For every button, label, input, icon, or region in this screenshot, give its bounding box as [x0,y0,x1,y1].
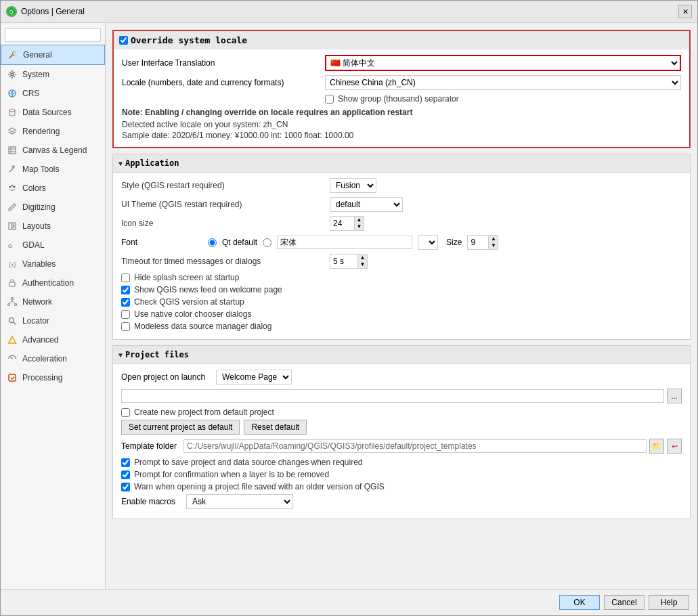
sidebar-item-digitizing[interactable]: Digitizing [1,198,105,217]
icon-size-input[interactable] [330,217,354,229]
sidebar-item-canvas-legend[interactable]: Canvas & Legend [1,141,105,160]
sidebar-label-variables: Variables [22,259,56,269]
timeout-row: Timeout for timed messages or dialogs ▲ … [121,254,682,269]
sidebar-item-rendering[interactable]: Rendering [1,122,105,141]
palette-icon [6,182,18,194]
reset-default-button[interactable]: Reset default [244,420,307,435]
hide-splash-checkbox[interactable] [121,273,130,282]
browse-template-button[interactable]: 📁 [649,439,664,454]
sidebar-label-acceleration: Acceleration [22,354,67,364]
sidebar-item-layouts[interactable]: Layouts [1,217,105,236]
show-news-checkbox[interactable] [121,286,130,294]
sidebar-item-authentication[interactable]: Authentication [1,273,105,292]
project-collapse-triangle: ▼ [118,351,123,359]
title-bar: Q Options | General ✕ [1,1,697,23]
svg-text:Q: Q [9,9,14,15]
font-custom-radio[interactable] [263,238,271,247]
sidebar-item-locator[interactable]: Locator [1,311,105,330]
prompt-confirm-label: Prompt for confirmation when a layer is … [134,470,329,479]
application-header: ▼ Application [113,154,690,173]
font-size-up-button[interactable]: ▲ [488,236,498,242]
font-select[interactable] [418,235,438,250]
svg-point-15 [12,298,14,300]
search-input[interactable] [5,28,101,42]
cancel-button[interactable]: Cancel [604,595,645,610]
timeout-up-button[interactable]: ▲ [357,255,367,261]
icon-size-up-button[interactable]: ▲ [354,217,364,223]
size-label: Size [446,238,462,247]
application-section: ▼ Application Style (QGIS restart requir… [112,154,691,340]
project-path-input[interactable] [121,389,664,403]
hide-splash-label: Hide splash screen at startup [134,273,239,282]
override-locale-checkbox[interactable] [119,36,128,45]
font-custom-input[interactable] [277,236,412,249]
native-color-row: Use native color chooser dialogs [121,309,682,319]
prompt-save-checkbox[interactable] [121,458,130,467]
show-news-label: Show QGIS news feed on welcome page [134,285,282,294]
browse-project-button[interactable]: ... [667,389,682,403]
layout-icon [6,220,18,232]
sidebar-item-acceleration[interactable]: Acceleration [1,349,105,368]
search-box [1,26,105,45]
template-folder-row: Template folder 📁 ↩ [121,439,682,454]
sidebar-item-advanced[interactable]: ! Advanced [1,330,105,349]
prompt-confirm-checkbox[interactable] [121,470,130,479]
icon-size-down-button[interactable]: ▼ [354,223,364,230]
native-color-checkbox[interactable] [121,310,130,319]
warn-old-checkbox[interactable] [121,483,130,491]
ui-translation-select[interactable]: 🇨🇳 简体中文 English [325,55,681,71]
create-new-checkbox[interactable] [121,408,130,417]
sidebar-label-colors: Colors [22,183,46,193]
collapse-triangle: ▼ [118,160,123,167]
modeless-label: Modeless data source manager dialog [134,322,271,331]
show-group-separator-checkbox[interactable] [325,95,334,104]
enable-macros-row: Enable macros Ask Never Always Only duri… [121,494,682,509]
sidebar-item-system[interactable]: System [1,65,105,84]
sidebar-item-processing[interactable]: Processing [1,368,105,387]
style-select[interactable]: Fusion Default [330,178,376,193]
open-project-label: Open project on launch [121,372,205,382]
sidebar-item-gdal[interactable]: G GDAL [1,236,105,255]
hide-splash-row: Hide splash screen at startup [121,273,682,282]
set-default-button[interactable]: Set current project as default [121,420,240,435]
project-files-header: ▼ Project files [113,346,690,364]
template-folder-label: Template folder [121,441,177,451]
sidebar-item-crs[interactable]: CRS [1,84,105,103]
timeout-label: Timeout for timed messages or dialogs [121,257,324,266]
check-version-checkbox[interactable] [121,298,130,307]
close-button[interactable]: ✕ [678,5,692,18]
sidebar-item-map-tools[interactable]: Map Tools [1,160,105,179]
sidebar-item-variables[interactable]: {x} Variables [1,255,105,273]
sidebar-item-data-sources[interactable]: Data Sources [1,103,105,122]
title-bar-left: Q Options | General [6,6,85,17]
ui-theme-select[interactable]: default Night Mapping [330,197,403,212]
sidebar-label-data-sources: Data Sources [22,108,72,117]
pencil-icon [6,201,18,213]
ok-button[interactable]: OK [559,595,600,610]
sidebar-item-network[interactable]: Network [1,292,105,311]
enable-macros-select[interactable]: Ask Never Always Only during this sessio… [186,494,293,509]
override-locale-header: Override system locale [114,31,689,49]
font-size-input[interactable] [468,236,488,248]
app-icon: Q [6,6,17,17]
svg-point-18 [9,318,14,323]
processing-icon [6,372,18,384]
sidebar-item-general[interactable]: General [1,45,105,65]
svg-text:!: ! [11,338,12,343]
sidebar-label-authentication: Authentication [22,278,74,288]
sidebar-label-rendering: Rendering [22,127,60,136]
icon-size-row: Icon size ▲ ▼ [121,216,682,231]
font-size-down-button[interactable]: ▼ [488,242,498,249]
modeless-checkbox[interactable] [121,322,130,331]
font-qt-radio[interactable] [208,238,217,247]
reset-template-button[interactable]: ↩ [667,439,682,454]
timeout-input[interactable] [330,255,357,267]
open-project-select[interactable]: Welcome Page Most recent Specific [216,370,292,384]
svg-point-2 [11,73,14,76]
timeout-down-button[interactable]: ▼ [357,261,367,268]
locale-select[interactable]: Chinese China (zh_CN) [325,75,681,90]
template-folder-input[interactable] [183,439,647,453]
help-button[interactable]: Help [649,595,689,610]
sidebar-item-colors[interactable]: Colors [1,179,105,198]
prompt-save-row: Prompt to save project and data source c… [121,458,682,467]
